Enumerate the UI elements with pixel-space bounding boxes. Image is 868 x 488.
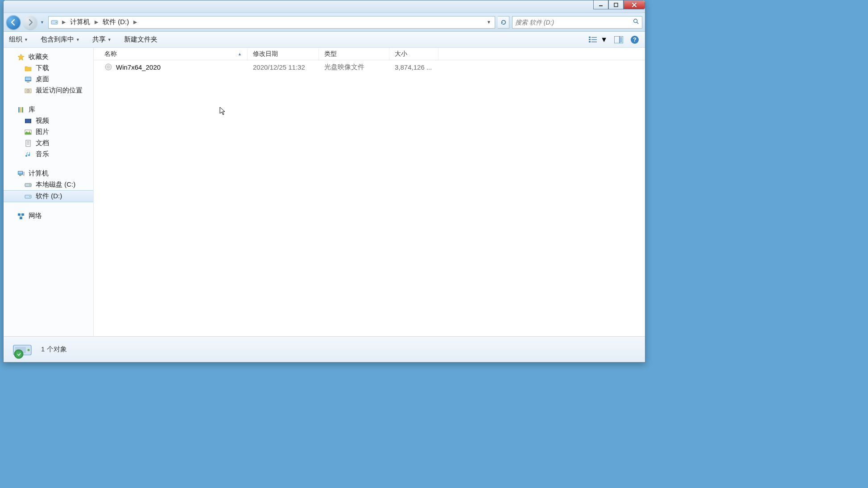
svg-rect-53 <box>16 351 21 357</box>
breadcrumb-computer[interactable]: 计算机 <box>69 17 91 28</box>
svg-rect-1 <box>614 3 618 7</box>
include-in-library-menu[interactable]: 包含到库中▼ <box>41 35 80 44</box>
address-box[interactable]: ▶ 计算机 ▶ 软件 (D:) ▶ ▼ <box>48 16 495 29</box>
nav-libraries[interactable]: 库 <box>4 104 93 115</box>
preview-pane-button[interactable] <box>614 35 624 45</box>
nav-music[interactable]: 音乐 <box>4 149 93 160</box>
new-folder-button[interactable]: 新建文件夹 <box>124 35 157 44</box>
svg-rect-27 <box>30 119 31 123</box>
nav-pictures[interactable]: 图片 <box>4 126 93 138</box>
folder-icon <box>24 64 32 72</box>
share-menu[interactable]: 共享▼ <box>92 35 112 44</box>
nav-videos[interactable]: 视频 <box>4 115 93 126</box>
svg-point-3 <box>56 21 57 22</box>
help-button[interactable]: ? <box>630 35 640 45</box>
nav-recent-label: 最近访问的位置 <box>36 86 83 95</box>
maximize-button[interactable] <box>608 0 624 9</box>
nav-favorites[interactable]: 收藏夹 <box>4 51 93 63</box>
address-dropdown[interactable]: ▼ <box>485 20 493 25</box>
refresh-button[interactable] <box>498 16 509 29</box>
nav-recent[interactable]: 最近访问的位置 <box>4 85 93 96</box>
svg-rect-42 <box>18 213 21 216</box>
drive-icon <box>50 18 58 26</box>
sort-asc-icon: ▲ <box>238 52 242 56</box>
svg-rect-23 <box>20 107 21 113</box>
computer-icon <box>17 170 25 178</box>
breadcrumb-current[interactable]: 软件 (D:) <box>102 17 130 28</box>
close-button[interactable] <box>624 0 645 9</box>
nav-music-label: 音乐 <box>36 150 49 158</box>
nav-desktop[interactable]: 桌面 <box>4 74 93 85</box>
svg-line-45 <box>19 216 21 217</box>
search-input[interactable] <box>515 19 633 26</box>
chevron-down-icon: ▼ <box>600 36 608 44</box>
svg-point-29 <box>29 130 30 131</box>
nav-local-disk-c[interactable]: 本地磁盘 (C:) <box>4 179 93 190</box>
title-bar[interactable] <box>4 0 645 13</box>
chevron-down-icon: ▼ <box>76 38 80 42</box>
forward-button[interactable] <box>23 15 37 29</box>
search-box[interactable] <box>512 16 642 29</box>
svg-rect-43 <box>21 213 24 216</box>
column-size[interactable]: 大小 <box>389 48 438 60</box>
svg-rect-10 <box>589 41 591 42</box>
video-icon <box>24 117 32 125</box>
svg-rect-25 <box>25 119 31 123</box>
back-button[interactable] <box>6 15 21 29</box>
svg-rect-24 <box>22 107 23 113</box>
svg-line-46 <box>21 216 23 217</box>
file-list-pane[interactable]: 名称▲ 修改日期 类型 大小 Win7x64_2020 2020/12/25 1… <box>94 48 645 336</box>
explorer-window: ▼ ▶ 计算机 ▶ 软件 (D:) ▶ ▼ 组织▼ 包含到库中▼ 共享▼ 新建文… <box>3 0 645 363</box>
nav-downloads-label: 下载 <box>36 64 49 72</box>
nav-downloads[interactable]: 下载 <box>4 63 93 74</box>
hdd-icon <box>24 181 32 189</box>
nav-documents[interactable]: 文档 <box>4 138 93 149</box>
nav-computer[interactable]: 计算机 <box>4 168 93 179</box>
column-type[interactable]: 类型 <box>319 48 389 60</box>
svg-point-39 <box>29 184 30 185</box>
file-name: Win7x64_2020 <box>116 63 161 71</box>
column-name[interactable]: 名称▲ <box>94 48 248 60</box>
nav-software-d[interactable]: 软件 (D:) <box>4 190 93 202</box>
file-row[interactable]: Win7x64_2020 2020/12/25 11:32 光盘映像文件 3,8… <box>94 60 645 74</box>
svg-rect-0 <box>599 5 603 6</box>
search-icon[interactable] <box>633 18 639 26</box>
nav-network[interactable]: 网络 <box>4 210 93 221</box>
navigation-pane: 收藏夹 下载 桌面 最近访问的位置 库 <box>4 48 94 336</box>
nav-history-dropdown[interactable]: ▼ <box>40 20 45 25</box>
toolbar: 组织▼ 包含到库中▼ 共享▼ 新建文件夹 ▼ ? <box>4 32 645 48</box>
chevron-right-icon[interactable]: ▶ <box>60 19 67 25</box>
minimize-button[interactable] <box>593 0 608 9</box>
nav-pictures-label: 图片 <box>36 128 49 136</box>
svg-rect-26 <box>25 119 26 123</box>
nav-computer-label: 计算机 <box>29 169 49 178</box>
star-icon <box>17 53 25 61</box>
svg-rect-35 <box>18 171 22 174</box>
network-icon <box>17 212 25 220</box>
nav-local-disk-c-label: 本地磁盘 (C:) <box>36 180 75 189</box>
address-bar-row: ▼ ▶ 计算机 ▶ 软件 (D:) ▶ ▼ <box>4 13 645 32</box>
recent-icon <box>24 87 32 95</box>
organize-menu[interactable]: 组织▼ <box>9 35 28 44</box>
nav-libraries-label: 库 <box>29 105 35 114</box>
view-mode-button[interactable]: ▼ <box>589 36 608 44</box>
svg-rect-37 <box>23 172 25 175</box>
nav-network-label: 网络 <box>29 212 42 220</box>
column-date[interactable]: 修改日期 <box>248 48 319 60</box>
chevron-right-icon[interactable]: ▶ <box>93 19 100 25</box>
column-headers: 名称▲ 修改日期 类型 大小 <box>94 48 645 60</box>
svg-rect-11 <box>591 42 597 42</box>
svg-point-48 <box>107 66 109 68</box>
newfolder-label: 新建文件夹 <box>124 35 157 44</box>
svg-rect-14 <box>620 37 622 42</box>
svg-rect-6 <box>589 37 591 38</box>
svg-point-4 <box>634 19 637 22</box>
pictures-icon <box>24 128 32 136</box>
svg-text:?: ? <box>633 36 637 43</box>
mouse-cursor-icon <box>219 107 227 116</box>
desktop-icon <box>24 75 32 83</box>
svg-rect-18 <box>25 77 31 80</box>
status-bar: 1 个对象 <box>4 336 645 362</box>
hdd-icon <box>24 192 32 200</box>
chevron-right-icon[interactable]: ▶ <box>132 19 139 25</box>
